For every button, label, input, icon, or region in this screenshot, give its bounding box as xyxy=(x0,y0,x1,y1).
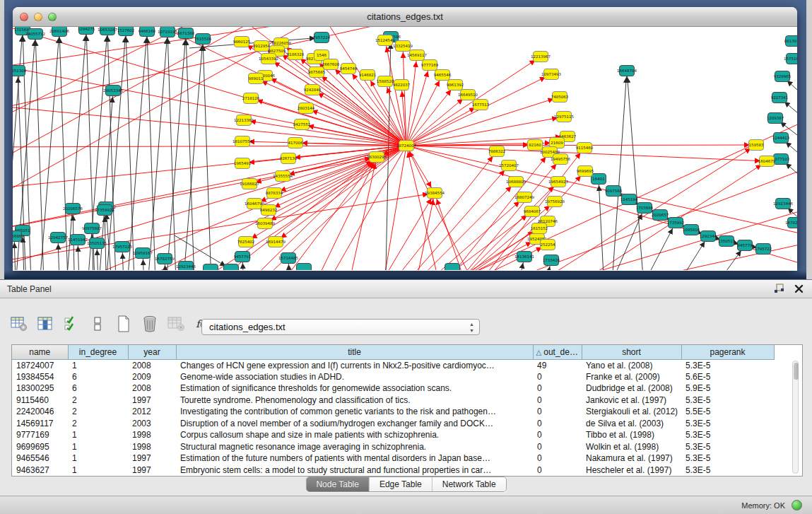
graph-node[interactable] xyxy=(224,264,239,271)
graph-node[interactable]: 1315686 xyxy=(636,203,654,214)
match-checks-icon[interactable] xyxy=(62,315,81,333)
graph-node[interactable]: 10958167 xyxy=(133,248,153,259)
graph-node[interactable]: 16914479 xyxy=(266,237,286,247)
graph-node[interactable]: 2803144 xyxy=(298,103,315,114)
close-panel-icon[interactable] xyxy=(794,284,804,293)
graph-node[interactable]: 7615526 xyxy=(194,34,212,45)
graph-node[interactable]: 12923446 xyxy=(176,262,196,271)
table-cell[interactable]: 0 xyxy=(533,406,582,418)
table-cell[interactable]: Estimation of significance thresholds fo… xyxy=(176,382,533,395)
table-cell[interactable]: 5.3E-5 xyxy=(681,452,774,465)
graph-node[interactable]: 16039489 xyxy=(255,218,275,229)
graph-node[interactable]: 9227341 xyxy=(771,93,789,103)
graph-node[interactable]: 10543392 xyxy=(259,54,278,64)
graph-node[interactable]: 9267130 xyxy=(280,153,298,164)
graph-node[interactable]: 14355554 xyxy=(273,171,293,182)
graph-node[interactable]: 1677513 xyxy=(472,100,490,110)
graph-node[interactable]: 12923446 xyxy=(773,199,793,209)
table-cell[interactable]: 1 xyxy=(68,441,128,453)
column-header-name[interactable]: name xyxy=(12,345,68,359)
graph-node[interactable]: 8878334 xyxy=(266,188,283,199)
table-cell[interactable]: 6 xyxy=(68,382,128,395)
graph-node[interactable]: 14136141 xyxy=(514,252,534,262)
new-table-icon[interactable] xyxy=(114,315,133,333)
graph-node[interactable]: 18300295 xyxy=(367,152,387,163)
table-row[interactable]: 1938455462009Genome-wide association stu… xyxy=(12,371,774,383)
table-cell[interactable]: 2003 xyxy=(128,418,176,430)
graph-node[interactable]: 29053346 xyxy=(103,86,123,96)
column-header-in_degree[interactable]: in_degree xyxy=(68,345,128,359)
table-cell[interactable]: 2 xyxy=(68,418,128,430)
graph-node[interactable]: 12975115 xyxy=(554,112,574,122)
table-cell[interactable]: Investigating the contribution of common… xyxy=(176,406,533,418)
graph-node[interactable]: 1735992 xyxy=(667,218,685,228)
graph-node[interactable]: 16648784 xyxy=(617,66,637,76)
graph-node[interactable]: 1209387 xyxy=(767,113,784,124)
table-cell[interactable]: 0 xyxy=(533,452,582,465)
table-cell[interactable]: 1 xyxy=(68,429,128,441)
table-cell[interactable]: Jankovic et al. (1997) xyxy=(582,395,681,407)
table-cell[interactable]: 0 xyxy=(533,382,582,395)
select-columns-icon[interactable] xyxy=(36,315,54,333)
table-scrollbar-thumb[interactable] xyxy=(794,363,799,380)
table-header-row[interactable]: namein_degreeyeartitle△out_de…shortpager… xyxy=(12,345,774,359)
graph-node[interactable]: 17359924 xyxy=(95,205,114,216)
graph-node[interactable]: 16649510 xyxy=(458,90,478,100)
graph-node[interactable]: 1588520 xyxy=(377,76,394,87)
graph-node[interactable]: 82160 xyxy=(528,140,543,151)
table-cell[interactable]: 9115460 xyxy=(12,395,68,407)
graph-node[interactable]: 8427552 xyxy=(293,119,311,130)
graph-node[interactable]: 90975887 xyxy=(82,223,102,234)
table-row[interactable]: 977716911998Corpus callosum shape and si… xyxy=(12,429,774,441)
graph-node[interactable]: 1733426 xyxy=(543,255,560,266)
table-cell[interactable]: 1 xyxy=(68,465,128,477)
table-cell[interactable]: Stergiakouli et al. (2012) xyxy=(582,406,681,418)
graph-node[interactable]: 9329965 xyxy=(774,71,792,82)
table-cell[interactable]: 14569117 xyxy=(12,418,68,430)
table-cell[interactable]: 5.3E-5 xyxy=(681,429,774,441)
graph-node[interactable]: 9861392 xyxy=(447,80,464,90)
graph-node[interactable]: 1965491 xyxy=(234,158,252,169)
graph-node[interactable]: 16782759 xyxy=(785,218,797,228)
table-cell[interactable]: 9465546 xyxy=(12,452,68,465)
table-row[interactable]: 946362711997Embryonic stem cells: a mode… xyxy=(12,465,774,477)
table-cell[interactable]: Corpus callosum shape and size in male p… xyxy=(176,429,533,441)
table-selector-dropdown[interactable]: citations_edges.txt ▲▼ xyxy=(201,319,480,335)
graph-node[interactable] xyxy=(204,264,218,271)
graph-node[interactable]: 1292344 xyxy=(700,231,717,242)
graph-node[interactable]: 16782759 xyxy=(155,254,175,264)
window-titlebar[interactable]: citations_edges.txt xyxy=(13,7,797,27)
table-cell[interactable]: 2008 xyxy=(128,382,176,395)
table-settings-icon[interactable] xyxy=(10,315,28,333)
graph-node[interactable]: 12213363 xyxy=(234,115,254,126)
table-cell[interactable]: Structural magnetic resonance image aver… xyxy=(176,441,533,453)
graph-node[interactable]: 8186328 xyxy=(287,49,305,60)
table-cell[interactable]: 2008 xyxy=(128,359,176,371)
memory-ok-icon[interactable] xyxy=(792,500,802,510)
table-cell[interactable]: 5.3E-5 xyxy=(681,359,774,371)
table-cell[interactable]: 9463627 xyxy=(12,465,68,477)
table-cell[interactable]: 0 xyxy=(533,371,582,383)
table-cell[interactable]: 5.3E-5 xyxy=(681,441,774,453)
graph-node[interactable]: 7625402 xyxy=(237,237,255,247)
graph-node[interactable]: 1795722 xyxy=(755,244,772,255)
table-cell[interactable]: Tibbo et al. (1998) xyxy=(582,429,681,441)
table-cell[interactable]: 9699695 xyxy=(12,441,68,453)
table-cell[interactable]: 5.9E-5 xyxy=(681,382,774,395)
graph-node[interactable]: 7485063 xyxy=(551,92,569,103)
graph-node[interactable] xyxy=(445,264,460,271)
graph-node[interactable]: 12213967 xyxy=(531,52,551,62)
graph-node[interactable]: 8498232 xyxy=(260,205,278,216)
graph-node[interactable]: 9860125 xyxy=(233,37,251,47)
graph-node[interactable]: 20691406 xyxy=(49,27,69,37)
attribute-table[interactable]: namein_degreeyeartitle△out_de…shortpager… xyxy=(12,345,775,476)
tab-network-table[interactable]: Network Table xyxy=(433,477,506,491)
graph-node[interactable]: 2667608 xyxy=(322,59,340,70)
table-cell[interactable]: 2012 xyxy=(128,406,176,418)
graph-node[interactable]: 10973493 xyxy=(541,69,561,80)
graph-node[interactable]: 17957223 xyxy=(112,242,132,252)
graph-node[interactable]: 19166827 xyxy=(240,179,259,189)
graph-node[interactable]: 24055712 xyxy=(25,29,45,40)
graph-node[interactable]: 15751874 xyxy=(784,54,797,64)
graph-node[interactable]: 1350513 xyxy=(718,236,736,247)
